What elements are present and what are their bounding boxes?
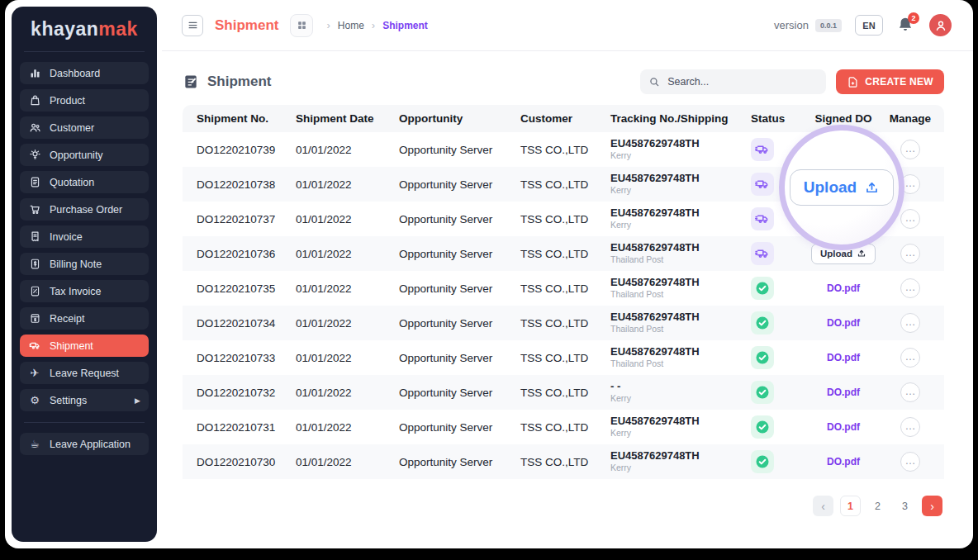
- content-title: Shipment: [207, 74, 271, 90]
- row-actions-ellipsis-icon[interactable]: …: [900, 452, 920, 472]
- cell-shipment-no: DO1220210730: [197, 456, 296, 468]
- cell-status: [751, 381, 810, 404]
- signed-do-pdf-link[interactable]: DO.pdf: [827, 352, 860, 363]
- sidebar-item-purchase-order[interactable]: Purchase Order: [20, 198, 149, 221]
- cell-status: [751, 450, 810, 473]
- sidebar-item-product[interactable]: Product: [20, 89, 149, 112]
- sidebar-item-label: Opportunity: [50, 149, 103, 161]
- signed-do-pdf-link[interactable]: DO.pdf: [827, 387, 860, 398]
- cell-opportunity: Opportunity Server: [399, 178, 520, 191]
- cell-shipment-date: 01/01/2022: [296, 456, 399, 468]
- in-transit-truck-icon: [751, 138, 774, 161]
- breadcrumb-current[interactable]: Shipment: [382, 20, 428, 31]
- leave-request-icon: ✈: [28, 367, 41, 380]
- cell-manage: …: [876, 382, 944, 402]
- sidebar-item-dashboard[interactable]: Dashboard: [20, 62, 149, 84]
- cell-tracking: EU4587629748TH Thailand Post: [610, 242, 751, 265]
- avatar[interactable]: [929, 14, 952, 36]
- sidebar-item-shipment[interactable]: Shipment: [20, 335, 149, 357]
- invoice-icon: [28, 230, 41, 244]
- sidebar-item-invoice[interactable]: Invoice: [20, 225, 149, 248]
- search-input[interactable]: [666, 75, 818, 88]
- cell-manage: …: [876, 452, 944, 472]
- search-icon: [648, 76, 660, 88]
- create-new-button[interactable]: CREATE NEW: [836, 69, 944, 94]
- shipment-table: Shipment No. Shipment Date Opportunity C…: [183, 105, 944, 479]
- cell-customer: TSS CO.,LTD: [520, 144, 610, 156]
- pagination: ‹ 1 2 3 ›: [183, 496, 944, 516]
- signed-do-pdf-link[interactable]: DO.pdf: [827, 456, 860, 467]
- title-actions: CREATE NEW: [640, 69, 944, 94]
- sidebar-item-label: Tax Invoice: [50, 286, 102, 297]
- sidebar-item-opportunity[interactable]: Opportunity: [20, 144, 149, 166]
- cell-shipment-no: DO1220210732: [197, 387, 296, 399]
- shipment-document-icon: [183, 74, 199, 90]
- row-actions-ellipsis-icon[interactable]: …: [900, 140, 920, 159]
- apps-grid-icon[interactable]: [290, 14, 313, 37]
- pagination-page-3[interactable]: 3: [895, 496, 915, 516]
- cell-tracking: - - Kerry: [610, 381, 751, 404]
- col-customer: Customer: [520, 112, 610, 125]
- sidebar-item-label: Leave Application: [50, 439, 131, 450]
- row-actions-ellipsis-icon[interactable]: …: [900, 278, 920, 298]
- sidebar-item-customer[interactable]: Customer: [20, 116, 149, 139]
- pagination-next-button[interactable]: ›: [922, 496, 942, 516]
- cell-shipment-no: DO1220210736: [197, 248, 296, 260]
- billing-note-icon: [28, 258, 41, 271]
- cell-tracking: EU4587629748TH Thailand Post: [610, 277, 751, 300]
- cell-status: [751, 242, 810, 265]
- signed-do-pdf-link[interactable]: DO.pdf: [827, 317, 860, 329]
- sidebar-item-label: Quotation: [50, 177, 94, 188]
- cell-shipment-no: DO1220210739: [197, 144, 296, 156]
- row-actions-ellipsis-icon[interactable]: …: [900, 244, 920, 263]
- quotation-icon: [28, 176, 41, 189]
- table-row: DO1220210731 01/01/2022 Opportunity Serv…: [183, 410, 944, 444]
- sidebar-divider: [24, 51, 145, 52]
- hamburger-menu-icon[interactable]: [182, 15, 203, 36]
- sidebar-item-leave-application[interactable]: ☕ Leave Application: [20, 433, 149, 455]
- row-actions-ellipsis-icon[interactable]: …: [900, 313, 920, 333]
- cell-customer: TSS CO.,LTD: [520, 421, 610, 434]
- table-row: DO1220210734 01/01/2022 Opportunity Serv…: [183, 306, 944, 340]
- cell-tracking: EU4587629748TH Kerry: [610, 415, 751, 439]
- table-row: DO1220210735 01/01/2022 Opportunity Serv…: [183, 271, 944, 306]
- cell-customer: TSS CO.,LTD: [520, 317, 610, 330]
- cell-status: [751, 311, 810, 335]
- cell-customer: TSS CO.,LTD: [520, 248, 610, 260]
- row-actions-ellipsis-icon[interactable]: …: [900, 348, 920, 368]
- cell-customer: TSS CO.,LTD: [520, 352, 610, 364]
- row-actions-ellipsis-icon[interactable]: …: [900, 209, 920, 229]
- breadcrumb-home[interactable]: Home: [338, 20, 364, 31]
- col-status: Status: [751, 112, 810, 125]
- language-button[interactable]: EN: [855, 15, 883, 36]
- sidebar-item-settings[interactable]: ⚙ Settings ▶: [20, 389, 149, 411]
- pagination-page-1[interactable]: 1: [840, 496, 861, 516]
- sidebar-item-tax-invoice[interactable]: Tax Invoice: [20, 280, 149, 302]
- pagination-page-2[interactable]: 2: [867, 496, 888, 516]
- topbar: Shipment › Home › Shipment version 0.0.1…: [162, 0, 973, 51]
- row-actions-ellipsis-icon[interactable]: …: [900, 417, 920, 437]
- sidebar-item-quotation[interactable]: Quotation: [20, 171, 149, 193]
- notification-bell-icon[interactable]: 2: [896, 16, 916, 36]
- cell-shipment-no: DO1220210735: [197, 282, 296, 295]
- cell-customer: TSS CO.,LTD: [520, 178, 610, 191]
- cell-shipment-date: 01/01/2022: [296, 144, 399, 156]
- shipment-icon: [28, 339, 41, 353]
- row-actions-ellipsis-icon[interactable]: …: [900, 382, 920, 402]
- signed-do-pdf-link[interactable]: DO.pdf: [827, 421, 860, 433]
- signed-do-pdf-link[interactable]: DO.pdf: [827, 282, 860, 294]
- sidebar-item-leave-request[interactable]: ✈ Leave Request: [20, 362, 149, 384]
- col-signed-do: Signed DO: [810, 112, 876, 125]
- in-transit-truck-icon: [751, 242, 774, 265]
- chevron-right-icon: ›: [326, 19, 330, 31]
- sidebar-item-receipt[interactable]: Receipt: [20, 307, 149, 330]
- pagination-prev-button[interactable]: ‹: [813, 496, 833, 516]
- cell-signed-do: DO.pdf: [810, 352, 876, 363]
- upload-signed-do-button-magnified[interactable]: Upload: [790, 169, 894, 206]
- sidebar-item-billing-note[interactable]: Billing Note: [20, 253, 149, 275]
- cell-shipment-date: 01/01/2022: [296, 178, 399, 191]
- settings-icon: ⚙: [28, 394, 41, 407]
- cell-manage: …: [876, 313, 944, 333]
- tax-invoice-icon: [28, 285, 41, 298]
- table-row: DO1220210730 01/01/2022 Opportunity Serv…: [183, 444, 944, 479]
